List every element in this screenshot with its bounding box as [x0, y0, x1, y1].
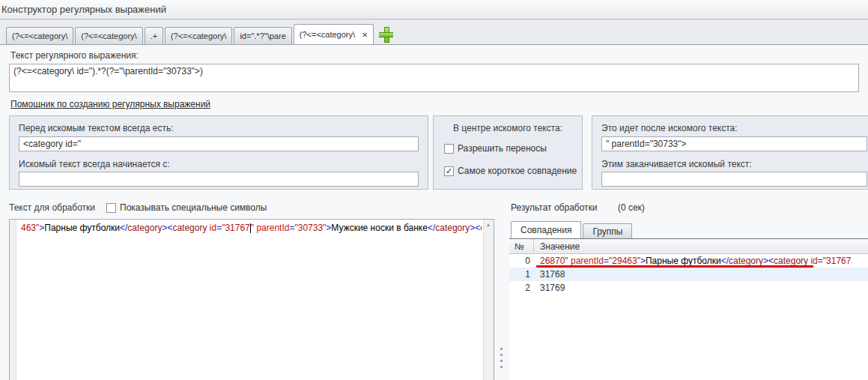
syntax-segment: "29463" [609, 256, 640, 266]
syntax-segment: </ [120, 223, 127, 233]
regex-label: Текст регулярного выражения: [10, 50, 139, 61]
splitter-grip-icon [500, 360, 503, 362]
show-special-label: Показывать специальные символы [120, 202, 267, 213]
regex-tab-label: (?<=<category\ [300, 30, 355, 39]
syntax-segment: parentId [254, 223, 289, 233]
results-tab-groups[interactable]: Группы [583, 223, 632, 238]
scroll-up-icon[interactable]: ▲ [484, 222, 493, 227]
syntax-segment: category [435, 223, 470, 233]
results-tab-strip: Совпадения Группы [511, 221, 634, 238]
result-row-2[interactable]: 231769 [509, 281, 868, 295]
syntax-segment: = [818, 256, 823, 266]
source-label: Текст для обработки [9, 202, 95, 213]
regex-tab-0[interactable]: (?<=<category\ [6, 27, 73, 44]
syntax-segment: cat [480, 223, 482, 233]
splitter[interactable] [496, 219, 506, 380]
show-special-checkbox[interactable]: Показывать специальные символы [106, 202, 267, 213]
results-tab-matches-label: Совпадения [521, 225, 571, 235]
regex-tab-2[interactable]: .+ [145, 27, 163, 44]
before-text-input[interactable]: <category id=" [19, 136, 419, 151]
regex-tab-label: (?<=<category\ [12, 31, 67, 40]
tab-strip: (?<=<category\(?<=<category\.+(?<=<categ… [0, 19, 868, 44]
syntax-segment: 26870" [540, 256, 568, 266]
checkbox-allow-wrap[interactable]: Разрешить переносы [444, 143, 547, 154]
syntax-segment: 463" [21, 223, 39, 233]
row-value: 31768 [534, 269, 565, 280]
checkbox-allow-wrap-label: Разрешить переносы [458, 143, 547, 154]
after-text-label: Это идет после искомого текста: [601, 123, 738, 133]
syntax-segment: id [207, 223, 216, 233]
syntax-segment: "30733" [294, 223, 326, 233]
splitter-grip-icon [500, 354, 503, 356]
syntax-segment: "31767 [823, 256, 852, 266]
row-number: 0 [509, 256, 534, 266]
results-rows: 026870" parentId="29463">Парные футболки… [509, 254, 868, 295]
main-panel: Текст регулярного выражения: (?<=<catego… [0, 44, 868, 380]
syntax-segment: category [127, 223, 162, 233]
tab-close-icon[interactable]: ✕ [362, 31, 368, 39]
syntax-segment: < [768, 256, 774, 266]
helper-link[interactable]: Помощник по созданию регулярных выражени… [10, 99, 210, 109]
regex-tab-label: (?<=<category\ [81, 31, 136, 40]
center-label: В центре искомого текста: [434, 123, 582, 133]
window-title: Конструктор регулярных выражений [1, 4, 166, 15]
checkbox-shortest-match[interactable]: ✓ Самое короткое совпадение [444, 166, 577, 176]
regex-tab-label: .+ [151, 31, 157, 40]
row-number: 2 [509, 283, 534, 293]
center-panel: В центре искомого текста: Разрешить пере… [433, 115, 583, 190]
row-number: 1 [509, 269, 534, 280]
splitter-grip-icon [500, 348, 503, 350]
splitter-grip-icon [500, 366, 503, 368]
column-header-number[interactable]: № [509, 239, 534, 253]
before-text-label: Перед искомым текстом всегда есть: [19, 123, 174, 133]
column-header-value[interactable]: Значение [534, 241, 580, 252]
syntax-segment: > [763, 256, 768, 266]
syntax-segment: category [729, 256, 763, 266]
after-text-panel: Это идет после искомого текста: " parent… [592, 115, 868, 190]
regex-tab-label: id=".*?"\pare [240, 31, 285, 40]
plus-icon [379, 32, 393, 37]
regex-input[interactable]: (?<=<category\ id=").*?(?="\parentId="30… [9, 64, 859, 92]
source-textarea[interactable]: 463">Парные футболки</category><category… [9, 219, 494, 380]
syntax-segment: </ [428, 223, 435, 233]
checkbox-checked-icon: ✓ [444, 166, 454, 176]
source-text-line: 463">Парные футболки</category><category… [21, 223, 482, 233]
result-row-0[interactable]: 026870" parentId="29463">Парные футболки… [509, 254, 868, 268]
checkbox-icon [106, 203, 116, 213]
syntax-segment: = [604, 256, 609, 266]
regex-tab-4[interactable]: id=".*?"\pare [234, 27, 291, 44]
syntax-segment: parentId [568, 256, 604, 266]
after-text-input[interactable]: " parentId="30733"> [601, 136, 867, 151]
results-time: (0 сек) [618, 202, 645, 213]
ends-with-input[interactable] [601, 172, 867, 187]
add-tab-button[interactable] [378, 26, 395, 43]
results-table: № Значение 026870" parentId="29463">Парн… [509, 238, 868, 380]
syntax-segment: category [774, 256, 808, 266]
syntax-segment: category [172, 223, 207, 233]
regex-tab-3[interactable]: (?<=<category\ [165, 27, 232, 44]
syntax-segment: id [808, 256, 818, 266]
regex-tab-5[interactable]: (?<=<category\✕ [294, 24, 374, 44]
checkbox-shortest-match-label: Самое короткое совпадение [458, 166, 577, 176]
row-value: 31769 [534, 283, 565, 293]
row-value: 26870" parentId="29463">Парные футболки<… [534, 256, 851, 266]
syntax-segment: Парные футболки [44, 223, 120, 233]
ends-with-label: Этим заканчивается искомый текст: [601, 159, 752, 169]
syntax-segment: "31767 [222, 223, 250, 233]
results-header: № Значение [509, 239, 868, 254]
source-scrollbar[interactable]: ▲ [483, 220, 494, 380]
starts-with-input[interactable] [19, 172, 419, 187]
syntax-segment: > [640, 256, 646, 266]
regex-tab-1[interactable]: (?<=<category\ [75, 27, 142, 44]
regex-tab-label: (?<=<category\ [171, 31, 226, 40]
results-tab-groups-label: Группы [592, 226, 622, 237]
selection-margin [10, 220, 16, 380]
before-text-panel: Перед искомым текстом всегда есть: <cate… [9, 115, 428, 190]
results-label: Результат обработки [511, 202, 598, 213]
title-bar: Конструктор регулярных выражений [0, 0, 868, 19]
syntax-segment: Парные футболки [646, 256, 721, 266]
result-row-1[interactable]: 131768 [509, 268, 868, 281]
results-tab-matches[interactable]: Совпадения [511, 221, 581, 238]
syntax-segment: </ [721, 256, 729, 266]
syntax-segment: Мужские носки в банке [331, 223, 428, 233]
